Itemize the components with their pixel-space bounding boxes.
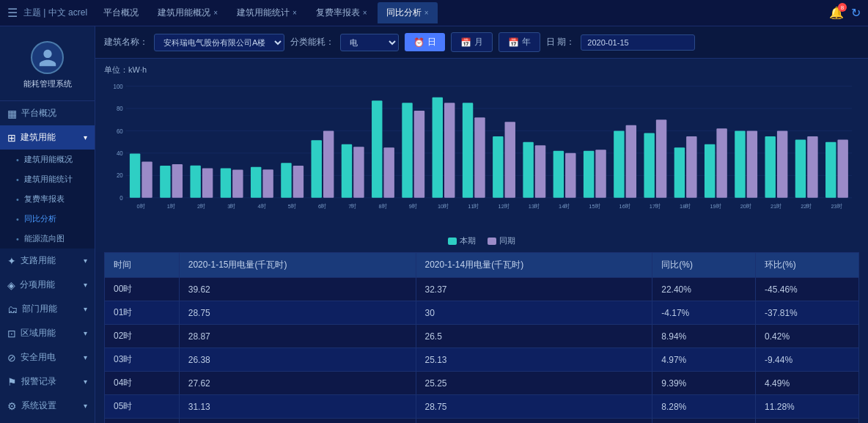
tab-close[interactable]: × [213, 9, 218, 17]
svg-text:10时: 10时 [438, 203, 449, 210]
svg-rect-76 [777, 130, 787, 197]
svg-text:17时: 17时 [650, 203, 661, 210]
sidebar-label: 安全用电 [21, 351, 56, 364]
svg-rect-15 [160, 166, 170, 198]
sidebar-item-2[interactable]: ✦ 支路用能 ▾ [0, 249, 95, 273]
svg-rect-19 [202, 168, 213, 197]
svg-text:12时: 12时 [499, 203, 510, 210]
svg-rect-42 [433, 98, 443, 198]
sidebar-user: 能耗管理系统 [0, 34, 95, 101]
sidebar-icon: ▦ [7, 108, 17, 119]
top-tab[interactable]: 同比分析× [378, 2, 438, 23]
table-cell: 4.97% [652, 348, 756, 372]
svg-rect-45 [463, 103, 473, 197]
svg-rect-79 [807, 136, 817, 198]
svg-rect-64 [656, 119, 666, 198]
svg-text:6时: 6时 [318, 203, 327, 210]
sidebar-item-0[interactable]: ▦ 平台概况 [0, 101, 95, 125]
svg-rect-25 [262, 169, 273, 197]
building-label: 建筑名称： [104, 36, 148, 48]
arrow-icon: ▾ [84, 305, 87, 313]
sidebar-sub-item-4[interactable]: 能源流向图 [0, 229, 95, 249]
sidebar-sub-item-2[interactable]: 复费率报表 [0, 189, 95, 209]
sidebar-sub-item-0[interactable]: 建筑用能概况 [0, 150, 95, 169]
sidebar-label: 系统设置 [21, 400, 56, 412]
svg-rect-21 [221, 169, 231, 198]
arrow-icon: ▾ [84, 378, 87, 386]
svg-text:7时: 7时 [348, 203, 357, 210]
table-row: 02时28.8726.58.94%0.42% [105, 325, 859, 348]
tab-label: 复费率报表 [316, 7, 360, 19]
svg-rect-67 [686, 136, 696, 198]
table-cell: 27.62 [179, 372, 416, 395]
svg-text:16时: 16时 [619, 203, 631, 210]
top-tab[interactable]: 建筑用能概况× [149, 2, 227, 23]
month-btn[interactable]: 📅 月 [451, 32, 493, 52]
sidebar-item-3[interactable]: ◈ 分项用能 ▾ [0, 273, 95, 297]
table-cell: -9.44% [756, 348, 859, 372]
svg-rect-34 [353, 147, 364, 197]
tab-close[interactable]: × [363, 9, 367, 17]
table-cell: -4.17% [652, 301, 756, 325]
sub-label: 同比分析 [24, 213, 56, 224]
sidebar-item-6[interactable]: ⊘ 安全用电 ▾ [0, 345, 95, 369]
theme-label: 主题 | 中文 acrel [23, 7, 87, 19]
hamburger-icon[interactable]: ☰ [7, 6, 18, 20]
bell-icon[interactable]: 🔔 8 [829, 6, 844, 20]
sidebar-icon: ⚑ [7, 376, 17, 388]
table-cell: 00时 [105, 278, 180, 301]
table-cell: 01时 [105, 301, 180, 325]
svg-rect-75 [765, 136, 775, 198]
date-input[interactable] [581, 34, 695, 51]
day-btn[interactable]: ⏰ 日 [405, 33, 445, 51]
table-cell: 51.63 [179, 419, 416, 424]
svg-rect-16 [172, 164, 183, 198]
svg-text:40: 40 [117, 150, 123, 157]
sidebar-sub-item-3[interactable]: 同比分析 [0, 209, 95, 229]
svg-rect-33 [342, 144, 352, 198]
svg-text:100: 100 [114, 83, 124, 89]
svg-rect-60 [614, 130, 624, 197]
svg-text:0时: 0时 [136, 203, 145, 210]
category-select[interactable]: 电 [340, 34, 399, 51]
table-cell: 0.42% [756, 325, 859, 348]
svg-text:1时: 1时 [167, 203, 176, 210]
arrow-icon: ▾ [84, 133, 87, 141]
year-btn[interactable]: 📅 年 [499, 32, 540, 52]
table-cell: 28.75 [179, 301, 416, 325]
svg-rect-30 [312, 140, 322, 198]
date-label: 日 期： [546, 36, 575, 48]
sidebar: 能耗管理系统 ▦ 平台概况 ⊞ 建筑用能 ▾建筑用能概况建筑用能统计复费率报表同… [0, 26, 95, 423]
building-select[interactable]: 安科瑞电气股份有限公司A楼 [154, 34, 284, 51]
table-cell: 31.13 [179, 395, 416, 419]
svg-text:20: 20 [117, 172, 123, 179]
tab-close[interactable]: × [424, 9, 429, 17]
sidebar-item-7[interactable]: ⚑ 报警记录 ▾ [0, 369, 95, 394]
top-tab[interactable]: 平台概况 [95, 2, 147, 23]
sidebar-label: 部门用能 [22, 303, 57, 315]
sidebar-item-8[interactable]: ⚙ 系统设置 ▾ [0, 394, 95, 418]
table-cell: 25.25 [416, 372, 652, 395]
svg-text:3时: 3时 [227, 203, 236, 210]
svg-rect-52 [535, 145, 545, 198]
table-cell: 32.37 [416, 278, 652, 301]
table-cell: 8.28% [652, 395, 756, 419]
arrow-icon: ▾ [84, 257, 87, 265]
table-cell: -13.95% [652, 419, 756, 424]
sidebar-item-1[interactable]: ⊞ 建筑用能 ▾ [0, 125, 95, 150]
tab-close[interactable]: × [293, 9, 297, 17]
previous-legend: 同期 [488, 235, 515, 246]
sidebar-sub-item-1[interactable]: 建筑用能统计 [0, 169, 95, 189]
chart-legend: 本期 同期 [104, 235, 859, 246]
svg-text:11时: 11时 [468, 203, 479, 210]
refresh-icon[interactable]: ↻ [851, 6, 861, 20]
top-tab[interactable]: 复费率报表× [307, 2, 376, 23]
table-cell: 4.49% [756, 372, 859, 395]
table-header: 同比(%) [652, 253, 756, 278]
sidebar-item-4[interactable]: 🗂 部门用能 ▾ [0, 297, 95, 321]
table-header: 2020-1-15用电量(千瓦时) [179, 253, 416, 278]
sidebar-item-5[interactable]: ⊡ 区域用能 ▾ [0, 321, 95, 345]
top-tab[interactable]: 建筑用能统计× [228, 2, 306, 23]
svg-rect-61 [626, 125, 636, 198]
svg-text:15时: 15时 [589, 203, 600, 210]
